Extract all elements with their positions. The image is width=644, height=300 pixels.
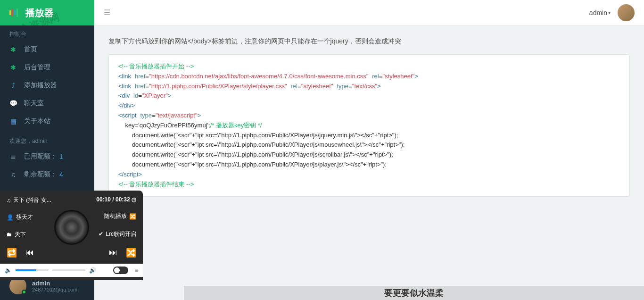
user-email: 24677102@qq.com	[32, 287, 77, 292]
header-right: ☰ admin ▾	[94, 0, 644, 25]
logo-area: 播放器	[0, 0, 94, 25]
caret-down-icon: ▾	[608, 10, 611, 15]
next-button[interactable]: ⏭	[109, 248, 117, 258]
volume-bar[interactable]	[52, 269, 85, 271]
user-icon: 👤	[7, 214, 14, 221]
sidebar-item-label: 关于本站	[24, 117, 50, 125]
music-icon: ♫	[7, 197, 11, 204]
sidebar-item-label: 聊天室	[24, 99, 44, 108]
logo-icon	[9, 7, 21, 18]
player-footer: 🔈 🔊 ≡	[0, 264, 143, 277]
sidebar-item-about[interactable]: ▦ 关于本站	[0, 112, 94, 130]
player-lrc-status[interactable]: ✔Lrc歌词开启	[99, 230, 136, 238]
player-song: ♫天下 (抖音 女...	[7, 196, 51, 204]
user-menu[interactable]: admin ▾	[589, 4, 635, 21]
sidebar-section-label: 控制台	[0, 25, 94, 41]
progress-bar[interactable]	[16, 269, 49, 271]
lyrics-bar: 要更要似水温柔	[184, 286, 644, 300]
sidebar-item-label: 后台管理	[24, 63, 50, 72]
music-icon: ♫	[9, 171, 17, 178]
sidebar-item-admin[interactable]: ✱ 后台管理	[0, 58, 94, 76]
clock-icon: ◷	[132, 196, 136, 203]
quota-remain: ♫ 剩余配额： 4	[0, 166, 94, 183]
volume-icon[interactable]: 🔊	[89, 267, 96, 274]
plus-icon: ⤴	[9, 82, 17, 89]
header: 播放器 ☰ admin ▾	[0, 0, 644, 25]
shuffle-button[interactable]: 🔀	[126, 248, 136, 258]
sidebar-item-chat[interactable]: 💬 聊天室	[0, 94, 94, 112]
welcome-label: 欢迎您，admin	[0, 130, 94, 148]
star-icon: ✱	[9, 64, 17, 71]
code-block[interactable]: <!-- 音乐播放器插件开始 --> <link href="https://c…	[108, 54, 630, 197]
album-art[interactable]	[54, 210, 89, 245]
app-title: 播放器	[25, 7, 54, 19]
status-badge	[22, 290, 26, 294]
music-player: ♫天下 (抖音 女... 👤筱天才 🖿天下 🔁 ⏮ 00:10 / 00:32 …	[0, 191, 143, 280]
volume-mute-icon[interactable]: 🔈	[5, 267, 12, 274]
player-mode[interactable]: 随机播放 🔀	[104, 212, 136, 220]
sidebar-toggle-icon[interactable]: ☰	[104, 8, 110, 17]
avatar	[618, 4, 635, 21]
sidebar-item-home[interactable]: ✱ 首页	[0, 41, 94, 58]
star-icon: ✱	[9, 46, 17, 53]
player-time: 00:10 / 00:32 ◷	[96, 196, 136, 203]
quota-used-value: 1	[59, 153, 63, 160]
player-album: 🖿天下	[7, 231, 51, 239]
username-label: admin	[589, 9, 607, 17]
check-icon: ✔	[99, 231, 103, 237]
instruction-text: 复制下方代码放到你的网站</body>标签前边，注意你的网页中只能存在一个jqu…	[108, 37, 630, 46]
main-content: 复制下方代码放到你的网站</body>标签前边，注意你的网页中只能存在一个jqu…	[94, 25, 644, 300]
quota-remain-value: 4	[59, 171, 63, 178]
user-name: admin	[32, 280, 77, 287]
shuffle-icon: 🔀	[129, 213, 136, 220]
grid-icon: ▦	[9, 117, 17, 125]
theme-switch[interactable]	[113, 267, 128, 274]
sidebar-item-label: 添加播放器	[24, 81, 57, 90]
folder-icon: 🖿	[7, 231, 12, 238]
sidebar-item-add-player[interactable]: ⤴ 添加播放器	[0, 76, 94, 94]
player-artist: 👤筱天才	[7, 213, 51, 221]
prev-button[interactable]: ⏮	[25, 248, 34, 258]
menu-icon[interactable]: ≡	[135, 267, 138, 274]
lyrics-text: 要更要似水温柔	[384, 287, 444, 299]
quota-used: ≣ 已用配额： 1	[0, 148, 94, 166]
user-info: admin 24677102@qq.com	[32, 280, 77, 292]
list-icon: ≣	[9, 153, 17, 160]
chat-icon: 💬	[9, 100, 17, 107]
repeat-button[interactable]: 🔁	[7, 248, 17, 258]
sidebar-item-label: 首页	[24, 45, 37, 54]
